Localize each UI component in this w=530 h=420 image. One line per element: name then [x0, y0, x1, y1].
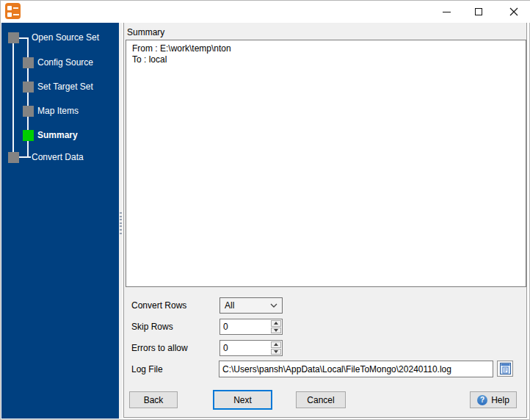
summary-line-from: From : E:\work\temp\nton	[132, 43, 520, 54]
step-marker	[23, 106, 34, 117]
cancel-button[interactable]: Cancel	[296, 391, 346, 408]
convert-rows-label: Convert Rows	[131, 300, 186, 311]
maximize-button[interactable]	[468, 1, 490, 23]
chevron-down-icon	[270, 303, 277, 308]
step-marker	[8, 152, 19, 163]
errors-to-allow-spinner	[219, 340, 283, 356]
skip-rows-spinner	[219, 319, 283, 335]
log-file-label: Log File	[131, 364, 163, 374]
wizard-window: Open Source Set Config Source Set Target…	[0, 0, 530, 420]
help-button-label: Help	[491, 395, 509, 405]
step-marker	[8, 32, 19, 43]
log-file-input[interactable]	[219, 361, 493, 377]
errors-to-allow-input[interactable]	[220, 341, 270, 355]
errors-spin-up[interactable]	[271, 341, 281, 348]
arrow-up-icon	[274, 343, 278, 346]
step-label: Open Source Set	[32, 32, 99, 43]
next-button[interactable]: Next	[213, 390, 272, 410]
close-icon	[509, 7, 518, 16]
arrow-down-icon	[274, 350, 278, 353]
arrow-up-icon	[274, 322, 278, 325]
summary-textarea[interactable]: From : E:\work\temp\nton To : local	[126, 40, 526, 287]
wizard-step-convert-data[interactable]: Convert Data	[1, 152, 118, 163]
splitter-grip-icon	[120, 212, 122, 236]
minimize-icon	[443, 12, 451, 12]
back-button-label: Back	[144, 395, 164, 405]
skip-rows-spin-up[interactable]	[271, 320, 281, 327]
step-marker	[23, 57, 34, 68]
close-button[interactable]	[503, 1, 525, 23]
step-label: Set Target Set	[37, 82, 93, 93]
back-button[interactable]: Back	[129, 391, 178, 408]
next-button-label: Next	[233, 395, 252, 405]
app-icon	[5, 3, 21, 19]
convert-rows-value: All	[225, 300, 234, 311]
errors-spin-down[interactable]	[271, 349, 281, 355]
maximize-icon	[475, 8, 482, 15]
summary-line-to: To : local	[132, 54, 520, 65]
step-marker	[23, 82, 34, 93]
help-question-icon: ?	[477, 395, 487, 405]
view-log-button[interactable]	[497, 361, 513, 377]
current-step-marker	[23, 130, 34, 141]
wizard-step-map-items[interactable]: Map Items	[1, 106, 118, 117]
step-label: Convert Data	[32, 152, 84, 163]
step-label: Config Source	[37, 57, 93, 68]
wizard-step-open-source-set[interactable]: Open Source Set	[1, 32, 118, 43]
errors-to-allow-label: Errors to allow	[131, 343, 188, 353]
step-label: Summary	[37, 130, 78, 141]
title-bar	[1, 1, 530, 23]
skip-rows-spin-down[interactable]	[271, 327, 281, 334]
cancel-button-label: Cancel	[307, 395, 334, 405]
step-label: Map Items	[37, 106, 79, 117]
minimize-button[interactable]	[435, 1, 457, 23]
wizard-step-summary[interactable]: Summary	[1, 130, 118, 141]
wizard-step-config-source[interactable]: Config Source	[1, 57, 118, 68]
skip-rows-input[interactable]	[220, 319, 270, 334]
help-button[interactable]: ? Help	[470, 391, 517, 408]
arrow-down-icon	[274, 329, 278, 332]
wizard-step-set-target-set[interactable]: Set Target Set	[1, 82, 118, 93]
view-log-icon	[500, 363, 511, 374]
section-title: Summary	[127, 27, 164, 37]
skip-rows-label: Skip Rows	[131, 322, 173, 332]
convert-rows-select[interactable]: All	[219, 297, 283, 314]
